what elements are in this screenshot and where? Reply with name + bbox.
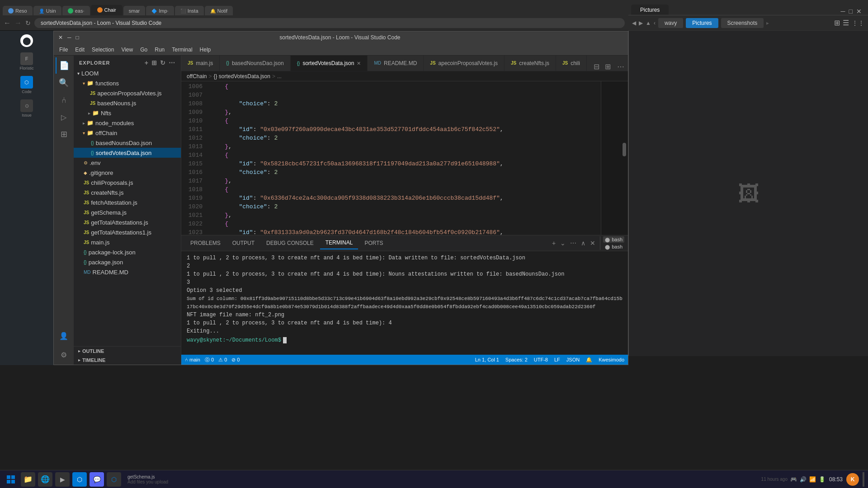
refresh-btn[interactable]: ↻: [25, 19, 31, 27]
activity-extensions[interactable]: ⊞: [56, 126, 72, 142]
vscode-win-close[interactable]: ✕: [58, 34, 63, 41]
menu-view[interactable]: View: [118, 45, 137, 54]
status-user[interactable]: Kwesimodo: [599, 357, 624, 362]
tab-sortedvotes[interactable]: {} sortedVotesData.json ✕: [291, 56, 368, 71]
explorer-refresh[interactable]: ↻: [160, 59, 166, 66]
terminal-close[interactable]: ✕: [588, 239, 597, 247]
terminal-chevron[interactable]: ⌄: [558, 239, 567, 247]
editor-split-btn[interactable]: ⊞: [602, 62, 613, 71]
gh-logo[interactable]: ⬤: [20, 34, 33, 47]
activity-account[interactable]: 👤: [56, 328, 72, 344]
terminal-shell-1[interactable]: ⬤ bash: [603, 236, 624, 243]
pics-tab-wavy[interactable]: wavy: [658, 18, 683, 28]
back-btn[interactable]: ←: [4, 19, 11, 27]
code-content[interactable]: { "choice": 2 }, { "id": "0x03e097f260a0…: [206, 81, 601, 235]
pics-fwd[interactable]: ▶: [639, 20, 643, 26]
tree-file-main[interactable]: JS main.js: [74, 237, 181, 247]
pics-prev[interactable]: ‹: [654, 20, 656, 26]
gh-item-code[interactable]: ⬡ Code: [19, 74, 35, 96]
terminal-content[interactable]: 1 to pull , 2 to process, 3 to create nf…: [181, 251, 628, 355]
breadcrumb-more[interactable]: ...: [277, 73, 282, 80]
status-branch[interactable]: ⑃ main: [185, 357, 200, 362]
editor-more-btn[interactable]: ⋯: [613, 62, 628, 71]
tree-folder-nfts[interactable]: ▸ 📁 Nfts: [74, 108, 181, 118]
tree-folder-functions[interactable]: ▾ 📁 functions: [74, 78, 181, 88]
taskbar-files[interactable]: 📁: [21, 472, 35, 487]
menu-help[interactable]: Help: [196, 45, 215, 54]
max-btn-pics[interactable]: □: [849, 8, 853, 15]
vscode-win-min[interactable]: ─: [67, 34, 71, 41]
browser-tab-eas[interactable]: eas·: [62, 6, 90, 15]
tab-readme[interactable]: MD README.MD: [368, 56, 424, 71]
taskbar-tray[interactable]: 🎮 🔊 📶 🔋: [790, 476, 826, 483]
activity-explorer[interactable]: 📄: [56, 57, 72, 74]
breadcrumb-file[interactable]: {} sortedVotesData.json: [214, 73, 270, 80]
terminal-shell-2[interactable]: ⬤ bash: [603, 244, 624, 250]
gh-item-issues[interactable]: ⊙ Issue: [19, 98, 35, 119]
status-bell[interactable]: 🔔: [586, 357, 592, 363]
terminal-tab-terminal[interactable]: TERMINAL: [320, 237, 359, 249]
tree-file-package[interactable]: {} package.json: [74, 257, 181, 267]
terminal-tab-ports[interactable]: PORTS: [359, 237, 388, 249]
tree-folder-offchain[interactable]: ▾ 📁 offChain: [74, 128, 181, 138]
tree-file-basednounsdao[interactable]: {} basedNounsDao.json: [74, 138, 181, 148]
terminal-tab-problems[interactable]: PROBLEMS: [185, 237, 226, 249]
tree-file-packagelock[interactable]: {} package-lock.json: [74, 247, 181, 257]
tree-file-readme[interactable]: MD README.MD: [74, 267, 181, 277]
tree-file-basednouns[interactable]: JS basedNouns.js: [74, 98, 181, 108]
taskbar-start[interactable]: [4, 472, 18, 487]
activity-git[interactable]: ⑃: [56, 92, 72, 108]
browser-tab-reso[interactable]: Reso: [3, 6, 33, 15]
pics-tab-pictures[interactable]: Pictures: [686, 18, 718, 28]
activity-search[interactable]: 🔍: [56, 75, 72, 91]
taskbar-terminal2[interactable]: ▶: [55, 472, 70, 487]
status-eol[interactable]: LF: [554, 357, 560, 362]
taskbar-vscode2[interactable]: ⬡: [107, 472, 121, 487]
tree-file-getschema[interactable]: JS getSchema.js: [74, 207, 181, 217]
tree-file-env[interactable]: ⚙ .env: [74, 158, 181, 168]
terminal-add-btn[interactable]: +: [550, 239, 557, 247]
activity-settings[interactable]: ⚙: [56, 347, 72, 363]
menu-run[interactable]: Run: [151, 45, 168, 54]
tree-file-chili[interactable]: JS chiliProposals.js: [74, 178, 181, 188]
tree-file-gitignore[interactable]: ◆ .gitignore: [74, 168, 181, 178]
menu-file[interactable]: File: [56, 45, 71, 54]
tree-file-sortedvotes[interactable]: {} sortedVotesData.json: [74, 148, 181, 158]
taskbar-browser[interactable]: 🌐: [38, 472, 52, 487]
terminal-tab-debug[interactable]: DEBUG CONSOLE: [261, 237, 319, 249]
tree-folder-nodemodules[interactable]: ▸ 📁 node_modules: [74, 118, 181, 128]
status-errors[interactable]: ⓪ 0: [205, 357, 214, 363]
tab-chili[interactable]: JS chili: [556, 56, 587, 71]
close-btn-pics[interactable]: ✕: [856, 8, 862, 15]
breadcrumb-offchain[interactable]: offChain: [187, 73, 207, 80]
editor-layout-btn[interactable]: ⊟: [591, 62, 602, 71]
tab-createnFts[interactable]: JS createNfts.js: [505, 56, 556, 71]
taskbar-vscode[interactable]: ⬡: [72, 472, 87, 487]
explorer-new-folder[interactable]: ⊞: [151, 59, 157, 66]
explorer-new-file[interactable]: +: [145, 59, 149, 66]
tree-file-createnFts[interactable]: JS createNfts.js: [74, 188, 181, 197]
menu-selection[interactable]: Selection: [88, 45, 118, 54]
tab-close-sorted[interactable]: ✕: [357, 61, 361, 66]
vscode-win-max[interactable]: □: [76, 34, 79, 41]
status-info[interactable]: ⊘ 0: [231, 357, 240, 363]
outline-section[interactable]: ▸ OUTLINE: [74, 346, 181, 356]
browser-tab-insta[interactable]: ⬛ Insta: [175, 6, 204, 15]
tab-main-js[interactable]: JS main.js: [181, 56, 220, 71]
status-position[interactable]: Ln 1, Col 1: [475, 357, 499, 362]
tree-file-fetchattestation[interactable]: JS fetchAttestation.js: [74, 197, 181, 207]
tree-root-loom[interactable]: ▾ LOOM: [74, 68, 181, 78]
activity-debug[interactable]: ▷: [56, 109, 72, 125]
tab-basednounsdao[interactable]: {} basedNounsDao.json: [220, 56, 290, 71]
min-btn-pics[interactable]: ─: [841, 8, 845, 15]
status-spaces[interactable]: Spaces: 2: [505, 357, 528, 362]
pics-tab-screenshots[interactable]: Screenshots: [721, 18, 764, 28]
status-encoding[interactable]: UTF-8: [534, 357, 548, 362]
taskbar-show-desktop[interactable]: [863, 472, 864, 487]
terminal-maximize[interactable]: ∧: [579, 239, 587, 247]
menu-edit[interactable]: Edit: [71, 45, 88, 54]
browser-tab-notif[interactable]: 🔔 Notif: [205, 6, 233, 15]
status-warnings[interactable]: ⚠ 0: [218, 357, 227, 363]
browser-tab-imp[interactable]: 🔷 Imp·: [146, 6, 174, 15]
timeline-section[interactable]: ▸ TIMELINE: [74, 356, 181, 365]
